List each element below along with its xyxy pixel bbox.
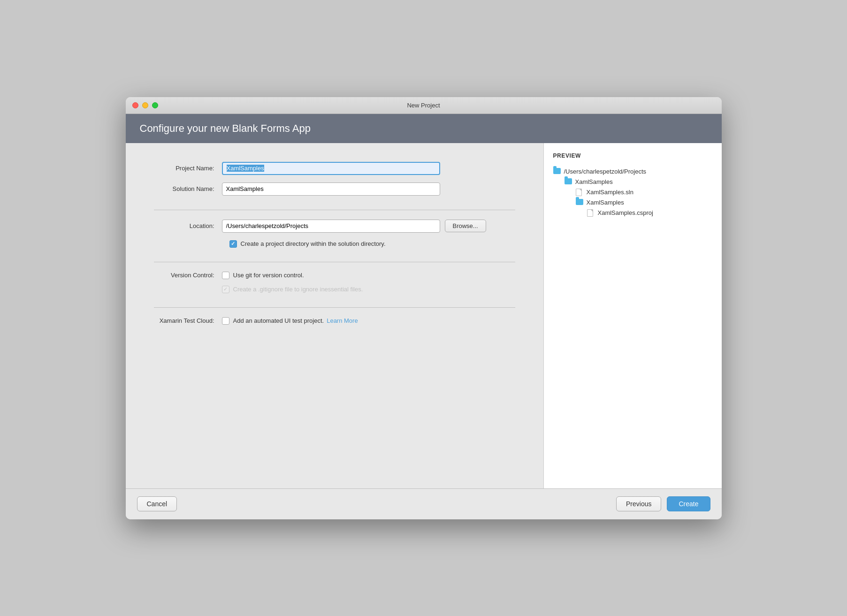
test-cloud-label: Xamarin Test Cloud:	[154, 317, 222, 324]
project-name-row: Project Name:	[154, 162, 515, 175]
learn-more-link[interactable]: Learn More	[327, 317, 358, 324]
file-icon	[576, 189, 584, 196]
tree-item: XamlSamples.sln	[553, 187, 712, 198]
folder-icon	[576, 199, 584, 206]
gitignore-row: Create a .gitignore file to ignore iness…	[222, 286, 363, 293]
traffic-lights	[132, 102, 158, 108]
previous-button[interactable]: Previous	[616, 496, 661, 511]
tree-item: XamlSamples	[553, 198, 712, 208]
test-cloud-input-group: Add an automated UI test project. Learn …	[222, 317, 358, 325]
header: Configure your new Blank Forms App	[126, 114, 722, 143]
version-control-label: Version Control:	[154, 272, 222, 279]
minimize-button[interactable]	[142, 102, 148, 108]
tree-item-label: XamlSamples	[575, 178, 613, 185]
add-test-checkbox[interactable]	[222, 317, 229, 325]
location-input[interactable]	[222, 220, 440, 233]
footer-right: Previous Create	[616, 496, 710, 511]
tree-item: XamlSamples.csproj	[553, 208, 712, 218]
use-git-checkbox[interactable]	[222, 272, 229, 279]
tree-item-label: XamlSamples.sln	[587, 189, 633, 196]
tree-item-label: XamlSamples	[587, 199, 624, 206]
test-cloud-row: Xamarin Test Cloud: Add an automated UI …	[154, 317, 515, 325]
project-name-section: Project Name: Solution Name:	[154, 162, 515, 196]
browse-button[interactable]: Browse...	[445, 220, 486, 232]
location-row: Location: Browse...	[154, 220, 515, 233]
create-button[interactable]: Create	[667, 496, 710, 511]
location-input-group: Browse...	[222, 220, 486, 233]
title-bar: New Project	[126, 97, 722, 114]
version-options: Use git for version control. Create a .g…	[222, 272, 363, 293]
add-test-label: Add an automated UI test project.	[233, 317, 324, 324]
folder-icon	[553, 168, 562, 175]
preview-tree: /Users/charlespetzold/Projects XamlSampl…	[553, 167, 712, 218]
window-title: New Project	[407, 102, 440, 109]
solution-name-label: Solution Name:	[154, 185, 222, 192]
divider-2	[154, 262, 515, 262]
header-title: Configure your new Blank Forms App	[140, 122, 311, 134]
location-section: Location: Browse... Create a project dir…	[154, 220, 515, 248]
maximize-button[interactable]	[152, 102, 158, 108]
version-control-section: Version Control: Use git for version con…	[154, 272, 515, 293]
tree-item: /Users/charlespetzold/Projects	[553, 167, 712, 177]
gitignore-checkbox[interactable]	[222, 286, 229, 293]
create-dir-label: Create a project directory within the so…	[241, 240, 386, 247]
content-area: Project Name: Solution Name: Location: B…	[126, 143, 722, 488]
solution-name-input[interactable]	[222, 183, 440, 196]
main-window: New Project Configure your new Blank For…	[126, 97, 722, 519]
tree-item-label: XamlSamples.csproj	[598, 209, 654, 216]
footer-left: Cancel	[137, 496, 177, 511]
close-button[interactable]	[132, 102, 138, 108]
gitignore-label: Create a .gitignore file to ignore iness…	[233, 286, 363, 293]
divider-1	[154, 210, 515, 210]
use-git-row: Use git for version control.	[222, 272, 363, 279]
test-cloud-section: Xamarin Test Cloud: Add an automated UI …	[154, 317, 515, 325]
create-dir-row: Create a project directory within the so…	[229, 240, 515, 248]
project-name-label: Project Name:	[154, 165, 222, 172]
tree-item-label: /Users/charlespetzold/Projects	[564, 168, 647, 175]
cancel-button[interactable]: Cancel	[137, 496, 177, 511]
preview-panel: PREVIEW /Users/charlespetzold/Projects X…	[543, 143, 722, 488]
main-form: Project Name: Solution Name: Location: B…	[126, 143, 543, 488]
project-name-input[interactable]	[222, 162, 440, 175]
use-git-label: Use git for version control.	[233, 272, 304, 279]
folder-icon	[565, 178, 573, 186]
create-dir-checkbox[interactable]	[229, 240, 237, 248]
version-control-row: Version Control: Use git for version con…	[154, 272, 515, 293]
footer: Cancel Previous Create	[126, 488, 722, 519]
file-icon	[587, 209, 595, 217]
tree-item: XamlSamples	[553, 177, 712, 187]
location-label: Location:	[154, 222, 222, 229]
solution-name-row: Solution Name:	[154, 183, 515, 196]
divider-3	[154, 307, 515, 308]
preview-title: PREVIEW	[553, 152, 712, 159]
